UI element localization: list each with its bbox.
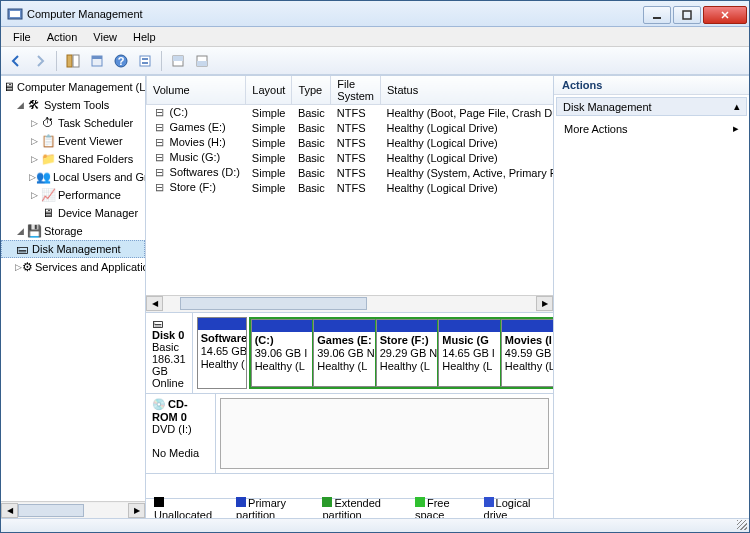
svg-rect-1	[10, 11, 20, 17]
folder-icon: 📁	[40, 151, 56, 167]
disk-row[interactable]: 🖴Disk 0 Basic 186.31 GB Online Software1…	[146, 313, 553, 394]
volume-scrollbar[interactable]: ◀ ▶	[146, 295, 553, 312]
tree-device-manager[interactable]: 🖥Device Manager	[1, 204, 145, 222]
tree-disk-management[interactable]: 🖴Disk Management	[1, 240, 145, 258]
volume-row[interactable]: ⊟ Music (G:)SimpleBasicNTFSHealthy (Logi…	[147, 150, 554, 165]
separator	[161, 51, 162, 71]
svg-text:?: ?	[118, 55, 125, 67]
scroll-thumb[interactable]	[180, 297, 367, 310]
collapse-icon[interactable]: ◢	[15, 100, 26, 110]
expand-icon[interactable]: ▷	[15, 262, 22, 272]
tree-storage[interactable]: ◢💾Storage	[1, 222, 145, 240]
navigation-pane: 🖥Computer Management (Local ◢🛠System Too…	[1, 76, 146, 518]
swatch-free	[415, 497, 425, 507]
partition-logical[interactable]: Music (G14.65 GB IHealthy (L	[438, 319, 501, 387]
col-status[interactable]: Status	[380, 76, 553, 105]
chevron-right-icon: ▸	[733, 122, 739, 135]
tree-label: Local Users and Groups	[53, 171, 146, 183]
partition-logical[interactable]: Store (F:)29.29 GB NHealthy (L	[376, 319, 439, 387]
tree-label: Task Scheduler	[58, 117, 133, 129]
scroll-track[interactable]	[163, 296, 536, 312]
cdrom-state: No Media	[152, 447, 199, 459]
tree-task-scheduler[interactable]: ▷⏱Task Scheduler	[1, 114, 145, 132]
tree-event-viewer[interactable]: ▷📋Event Viewer	[1, 132, 145, 150]
show-hide-tree-button[interactable]	[62, 50, 84, 72]
help-button[interactable]: ?	[110, 50, 132, 72]
scroll-left-button[interactable]: ◀	[1, 503, 18, 518]
col-layout[interactable]: Layout	[246, 76, 292, 105]
actions-pane: Actions Disk Management ▴ More Actions ▸	[554, 76, 749, 518]
col-type[interactable]: Type	[292, 76, 331, 105]
close-button[interactable]	[703, 6, 747, 24]
actions-section[interactable]: Disk Management ▴	[556, 97, 747, 116]
swatch-unallocated	[154, 497, 164, 507]
volume-row[interactable]: ⊟ Softwares (D:)SimpleBasicNTFSHealthy (…	[147, 165, 554, 180]
users-icon: 👥	[36, 169, 51, 185]
tree-system-tools[interactable]: ◢🛠System Tools	[1, 96, 145, 114]
expand-icon[interactable]: ▷	[29, 136, 40, 146]
svg-rect-16	[197, 61, 207, 66]
disk-size: 186.31 GB	[152, 353, 186, 377]
volume-row[interactable]: ⊟ Movies (H:)SimpleBasicNTFSHealthy (Log…	[147, 135, 554, 150]
tree-performance[interactable]: ▷📈Performance	[1, 186, 145, 204]
cdrom-row[interactable]: 💿CD-ROM 0 DVD (I:) No Media	[146, 394, 553, 474]
scroll-thumb[interactable]	[18, 504, 84, 517]
svg-rect-4	[67, 55, 72, 67]
extended-partition[interactable]: (C:)39.06 GB IHealthy (LGames (E:39.06 G…	[249, 317, 553, 389]
expand-icon[interactable]: ▷	[29, 154, 40, 164]
tree-root[interactable]: 🖥Computer Management (Local	[1, 78, 145, 96]
volume-row[interactable]: ⊟ (C:)SimpleBasicNTFSHealthy (Boot, Page…	[147, 105, 554, 121]
tree-local-users[interactable]: ▷👥Local Users and Groups	[1, 168, 145, 186]
partition-size: 14.65 GB I	[201, 345, 246, 357]
drive-icon: ⊟	[153, 121, 167, 134]
svg-rect-12	[142, 62, 148, 64]
partition-primary[interactable]: Software14.65 GB IHealthy (	[197, 317, 247, 389]
maximize-button[interactable]	[673, 6, 701, 24]
event-icon: 📋	[40, 133, 56, 149]
scroll-left-button[interactable]: ◀	[146, 296, 163, 311]
refresh-button[interactable]	[134, 50, 156, 72]
drive-icon: ⊟	[153, 166, 167, 179]
partition-status: Healthy (L	[505, 360, 553, 372]
more-actions-item[interactable]: More Actions ▸	[554, 118, 749, 139]
svg-rect-10	[140, 56, 150, 66]
scroll-right-button[interactable]: ▶	[128, 503, 145, 518]
view-bottom-button[interactable]	[191, 50, 213, 72]
tree-label: Storage	[44, 225, 83, 237]
partition-name: Movies (I	[505, 334, 552, 346]
menu-help[interactable]: Help	[125, 29, 164, 45]
expand-icon[interactable]: ▷	[29, 190, 40, 200]
menu-file[interactable]: File	[5, 29, 39, 45]
partition-logical[interactable]: Movies (I49.59 GB IHealthy (L	[501, 319, 553, 387]
disk-label: 🖴Disk 0 Basic 186.31 GB Online	[146, 313, 193, 393]
partition-logical[interactable]: (C:)39.06 GB IHealthy (L	[251, 319, 314, 387]
collapse-icon[interactable]: ◢	[15, 226, 26, 236]
actions-section-label: Disk Management	[563, 101, 652, 113]
content-pane: Volume Layout Type File System Status ⊟ …	[146, 76, 554, 518]
statusbar	[1, 518, 749, 532]
volume-row[interactable]: ⊟ Store (F:)SimpleBasicNTFSHealthy (Logi…	[147, 180, 554, 195]
nav-scrollbar[interactable]: ◀ ▶	[1, 501, 145, 518]
expand-icon[interactable]: ▷	[29, 172, 36, 182]
scroll-track[interactable]	[18, 503, 128, 518]
scroll-right-button[interactable]: ▶	[536, 296, 553, 311]
col-volume[interactable]: Volume	[147, 76, 246, 105]
forward-button[interactable]	[29, 50, 51, 72]
properties-button[interactable]	[86, 50, 108, 72]
tree-shared-folders[interactable]: ▷📁Shared Folders	[1, 150, 145, 168]
partition-name: Store (F:)	[380, 334, 429, 346]
partition-name: (C:)	[255, 334, 274, 346]
menu-action[interactable]: Action	[39, 29, 86, 45]
menu-view[interactable]: View	[85, 29, 125, 45]
partition-logical[interactable]: Games (E:39.06 GB NHealthy (L	[313, 319, 376, 387]
back-button[interactable]	[5, 50, 27, 72]
tree-services[interactable]: ▷⚙Services and Applications	[1, 258, 145, 276]
minimize-button[interactable]	[643, 6, 671, 24]
view-top-button[interactable]	[167, 50, 189, 72]
resize-grip[interactable]	[737, 520, 747, 530]
partition-name: Games (E:	[317, 334, 371, 346]
col-fs[interactable]: File System	[331, 76, 381, 105]
volume-row[interactable]: ⊟ Games (E:)SimpleBasicNTFSHealthy (Logi…	[147, 120, 554, 135]
cdrom-label: 💿CD-ROM 0 DVD (I:) No Media	[146, 394, 216, 473]
expand-icon[interactable]: ▷	[29, 118, 40, 128]
